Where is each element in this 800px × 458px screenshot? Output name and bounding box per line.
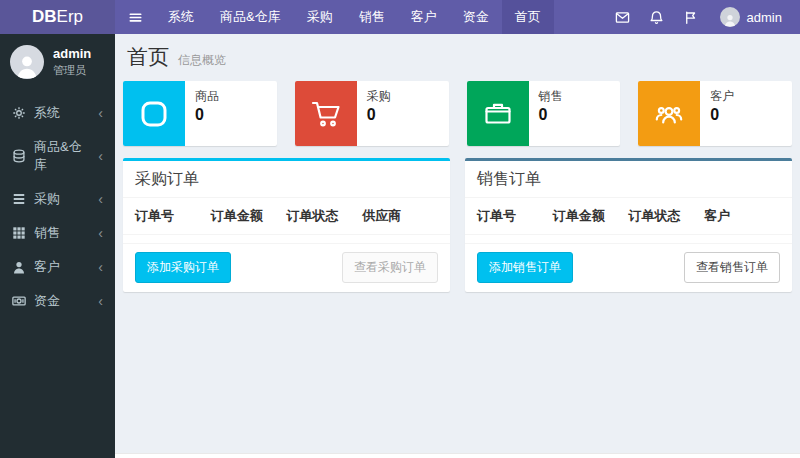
stat-card-sales: 销售 0: [467, 81, 621, 146]
user-menu[interactable]: admin: [708, 7, 788, 27]
list-icon: [12, 192, 26, 206]
stats-row: 商品 0 采购 0 销售 0: [123, 81, 792, 146]
stat-content: 客户 0: [700, 81, 744, 146]
nav-item-purchase[interactable]: 采购: [294, 0, 346, 34]
main-content: 首页 信息概览 商品 0 采购 0: [115, 0, 800, 292]
nav-item-home[interactable]: 首页: [502, 0, 554, 34]
stat-content: 商品 0: [185, 81, 229, 146]
nav-item-funds[interactable]: 资金: [450, 0, 502, 34]
brand-logo-light: Erp: [57, 7, 83, 27]
stat-value: 0: [367, 106, 391, 124]
nav-item-sales[interactable]: 销售: [346, 0, 398, 34]
sidebar-item-goods-warehouse[interactable]: 商品&仓库: [0, 130, 115, 182]
chevron-left-icon: [98, 294, 103, 308]
column-header: 订单状态: [629, 207, 705, 225]
top-nav: 系统 商品&仓库 采购 销售 客户 资金 首页: [115, 0, 554, 34]
chevron-left-icon: [98, 192, 103, 206]
nav-item-label: 首页: [515, 8, 541, 26]
column-header: 订单金额: [553, 207, 629, 225]
navbar-right: admin: [606, 0, 800, 34]
person-icon: [723, 13, 737, 27]
stat-label: 客户: [710, 88, 734, 105]
nav-item-label: 资金: [463, 8, 489, 26]
sidebar-item-purchase[interactable]: 采购: [0, 182, 115, 216]
stat-card-customers: 客户 0: [638, 81, 792, 146]
sidebar-item-label: 采购: [34, 190, 60, 208]
sidebar-user-info: admin 管理员: [53, 46, 91, 77]
sidebar-item-sales[interactable]: 销售: [0, 216, 115, 250]
stat-icon-box: [467, 81, 529, 146]
sidebar-item-label: 资金: [34, 292, 60, 310]
brand-logo-bold: DB: [32, 7, 57, 27]
stat-value: 0: [195, 106, 219, 124]
panel-footer: 添加销售订单 查看销售订单: [465, 244, 792, 292]
notifications-button[interactable]: [640, 0, 674, 34]
stat-card-products: 商品 0: [123, 81, 277, 146]
stat-content: 采购 0: [357, 81, 401, 146]
column-header: 订单号: [135, 207, 211, 225]
stat-icon-box: [123, 81, 185, 146]
column-header: 客户: [704, 207, 780, 225]
chevron-left-icon: [98, 226, 103, 240]
view-sales-orders-button[interactable]: 查看销售订单: [684, 252, 780, 283]
nav-item-label: 销售: [359, 8, 385, 26]
panel-title: 销售订单: [465, 161, 792, 197]
add-sales-order-button[interactable]: 添加销售订单: [477, 252, 573, 283]
nav-item-label: 客户: [411, 8, 437, 26]
footer-strip: [115, 453, 800, 458]
sidebar: admin 管理员 系统 商品&仓库 采购 销售 客户: [0, 34, 115, 458]
nav-item-customers[interactable]: 客户: [398, 0, 450, 34]
briefcase-icon: [482, 98, 514, 130]
person-icon: [14, 53, 40, 79]
table-header-row: 订单号 订单金额 订单状态 客户: [465, 197, 792, 235]
chevron-left-icon: [98, 106, 103, 120]
top-navbar: DBErp 系统 商品&仓库 采购 销售 客户 资金 首页 admin: [0, 0, 800, 34]
stat-icon-box: [295, 81, 357, 146]
messages-button[interactable]: [606, 0, 640, 34]
brand-logo[interactable]: DBErp: [0, 0, 115, 34]
sidebar-item-customers[interactable]: 客户: [0, 250, 115, 284]
sidebar-item-system[interactable]: 系统: [0, 96, 115, 130]
chevron-left-icon: [98, 149, 103, 163]
page-subtitle: 信息概览: [178, 52, 226, 69]
panel-title: 采购订单: [123, 161, 450, 197]
stat-card-purchase: 采购 0: [295, 81, 449, 146]
sidebar-item-label: 客户: [34, 258, 60, 276]
nav-item-goods-warehouse[interactable]: 商品&仓库: [207, 0, 294, 34]
stat-value: 0: [710, 106, 734, 124]
nav-item-label: 采购: [307, 8, 333, 26]
chevron-left-icon: [98, 260, 103, 274]
table-header-row: 订单号 订单金额 订单状态 供应商: [123, 197, 450, 235]
purchase-orders-panel: 采购订单 订单号 订单金额 订单状态 供应商 添加采购订单 查看采购订单: [123, 158, 450, 292]
username-label: admin: [747, 10, 782, 25]
envelope-icon: [615, 10, 630, 25]
sidebar-user-name: admin: [53, 46, 91, 62]
product-icon: [138, 98, 170, 130]
sidebar-user-panel: admin 管理员: [0, 34, 115, 92]
flag-icon: [683, 10, 698, 25]
sidebar-item-label: 系统: [34, 104, 60, 122]
tasks-button[interactable]: [674, 0, 708, 34]
panel-footer: 添加采购订单 查看采购订单: [123, 244, 450, 292]
add-purchase-order-button[interactable]: 添加采购订单: [135, 252, 231, 283]
avatar: [720, 7, 740, 27]
sidebar-item-funds[interactable]: 资金: [0, 284, 115, 318]
user-icon: [12, 260, 26, 274]
sidebar-toggle-button[interactable]: [115, 0, 155, 34]
column-header: 订单金额: [211, 207, 287, 225]
content-header: 首页 信息概览: [123, 34, 792, 81]
cart-icon: [310, 98, 342, 130]
empty-table-body: [465, 235, 792, 244]
bell-icon: [649, 10, 664, 25]
stat-content: 销售 0: [529, 81, 573, 146]
nav-item-system[interactable]: 系统: [155, 0, 207, 34]
avatar: [10, 45, 44, 79]
grid-icon: [12, 226, 26, 240]
stat-value: 0: [539, 106, 563, 124]
sales-orders-panel: 销售订单 订单号 订单金额 订单状态 客户 添加销售订单 查看销售订单: [465, 158, 792, 292]
view-purchase-orders-button[interactable]: 查看采购订单: [342, 252, 438, 283]
hamburger-icon: [128, 10, 143, 25]
stat-icon-box: [638, 81, 700, 146]
sidebar-user-role: 管理员: [53, 63, 91, 78]
sidebar-item-label: 商品&仓库: [34, 138, 90, 174]
